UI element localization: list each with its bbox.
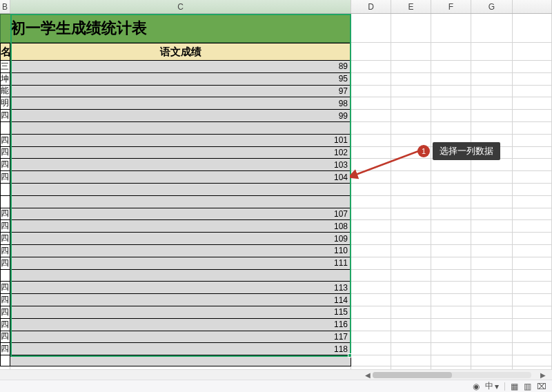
- cell-score[interactable]: 117: [10, 331, 351, 344]
- cell[interactable]: [431, 270, 471, 282]
- cell-score[interactable]: 95: [10, 73, 351, 86]
- view-normal-icon[interactable]: ▦: [511, 382, 518, 391]
- cell-name[interactable]: 四: [0, 208, 10, 221]
- cell[interactable]: [351, 282, 391, 294]
- cell[interactable]: [351, 270, 391, 282]
- cell-score[interactable]: 107: [10, 208, 351, 221]
- grid-body[interactable]: 初一学生成绩统计表 名 语文成绩 三89坤95能97明98四99四101四102…: [0, 14, 552, 378]
- cell-score[interactable]: [10, 355, 351, 366]
- cell[interactable]: [351, 97, 391, 110]
- cell[interactable]: [431, 257, 471, 270]
- scroll-right-icon[interactable]: ▶: [538, 370, 548, 380]
- cell[interactable]: [513, 306, 552, 319]
- cell[interactable]: [471, 97, 513, 110]
- cell[interactable]: [391, 233, 431, 245]
- cell[interactable]: [513, 122, 552, 135]
- cell[interactable]: [471, 86, 513, 98]
- horizontal-scrollbar[interactable]: ◀ ▶: [0, 369, 552, 380]
- cell[interactable]: [351, 257, 391, 270]
- cell[interactable]: [471, 257, 513, 270]
- cell[interactable]: [431, 97, 471, 110]
- cell-score[interactable]: 89: [10, 61, 351, 73]
- cell-name[interactable]: 能: [0, 86, 10, 98]
- cell[interactable]: [471, 355, 513, 366]
- cell-score[interactable]: 98: [10, 97, 351, 110]
- cell[interactable]: [431, 294, 471, 306]
- cell[interactable]: [513, 147, 552, 159]
- cell[interactable]: [431, 355, 471, 366]
- cell[interactable]: [351, 196, 391, 208]
- cell-name[interactable]: 四: [0, 135, 10, 147]
- cell[interactable]: [471, 171, 513, 184]
- cell[interactable]: [391, 196, 431, 208]
- cell[interactable]: [391, 331, 431, 344]
- header-name[interactable]: 名: [0, 43, 10, 61]
- cell-name[interactable]: 四: [0, 257, 10, 270]
- cell-score[interactable]: 111: [10, 257, 351, 270]
- cell-score[interactable]: 113: [10, 282, 351, 294]
- cell[interactable]: [431, 196, 471, 208]
- cell[interactable]: [471, 159, 513, 171]
- cell[interactable]: [431, 135, 471, 147]
- cell[interactable]: [431, 233, 471, 245]
- cell-score[interactable]: 109: [10, 233, 351, 245]
- cell[interactable]: [513, 159, 552, 171]
- cell[interactable]: [431, 245, 471, 257]
- cell[interactable]: [471, 233, 513, 245]
- cell[interactable]: [471, 306, 513, 319]
- cell[interactable]: [351, 331, 391, 344]
- cell[interactable]: [471, 245, 513, 257]
- cell[interactable]: [513, 233, 552, 245]
- cell-score[interactable]: 97: [10, 86, 351, 98]
- cell[interactable]: [391, 171, 431, 184]
- cell-score[interactable]: 101: [10, 135, 351, 147]
- cell[interactable]: [351, 73, 391, 86]
- cell-score[interactable]: 99: [10, 110, 351, 122]
- cell-name[interactable]: 四: [0, 306, 10, 319]
- col-header-F[interactable]: F: [431, 0, 471, 13]
- cell[interactable]: [513, 61, 552, 73]
- cell-name[interactable]: [0, 270, 10, 282]
- cell-name[interactable]: 明: [0, 97, 10, 110]
- col-header-C[interactable]: C: [10, 0, 351, 13]
- cell[interactable]: [513, 257, 552, 270]
- cell-name[interactable]: 三: [0, 61, 10, 73]
- cell[interactable]: [471, 184, 513, 196]
- cell-name[interactable]: 四: [0, 110, 10, 122]
- cell[interactable]: [431, 220, 471, 233]
- cell[interactable]: [513, 355, 552, 366]
- header-score[interactable]: 语文成绩: [10, 43, 351, 61]
- cell-name[interactable]: 四: [0, 343, 10, 355]
- cell[interactable]: [391, 86, 431, 98]
- cell[interactable]: [471, 43, 513, 61]
- cell[interactable]: [351, 43, 391, 61]
- col-header-G[interactable]: G: [471, 0, 513, 13]
- cell[interactable]: [391, 343, 431, 355]
- cell[interactable]: [431, 282, 471, 294]
- cell[interactable]: [513, 294, 552, 306]
- cell[interactable]: [391, 122, 431, 135]
- cell[interactable]: [471, 343, 513, 355]
- cell[interactable]: [431, 208, 471, 221]
- view-pagebreak-icon[interactable]: ▥: [524, 382, 531, 391]
- cell[interactable]: [431, 331, 471, 344]
- cell[interactable]: [351, 147, 391, 159]
- eye-icon[interactable]: ◉: [473, 382, 480, 391]
- cell[interactable]: [471, 61, 513, 73]
- cell[interactable]: [391, 306, 431, 319]
- cell[interactable]: [351, 355, 391, 366]
- cell[interactable]: [431, 184, 471, 196]
- cell[interactable]: [513, 331, 552, 344]
- cell[interactable]: [431, 73, 471, 86]
- cell[interactable]: [471, 331, 513, 344]
- cell[interactable]: [391, 270, 431, 282]
- cell-name[interactable]: 四: [0, 171, 10, 184]
- cell[interactable]: [351, 135, 391, 147]
- cell[interactable]: [431, 147, 471, 159]
- cell-score[interactable]: [10, 270, 351, 282]
- cell[interactable]: [391, 43, 431, 61]
- cell[interactable]: [391, 110, 431, 122]
- cell[interactable]: [391, 355, 431, 366]
- cell[interactable]: [471, 282, 513, 294]
- cell[interactable]: [351, 306, 391, 319]
